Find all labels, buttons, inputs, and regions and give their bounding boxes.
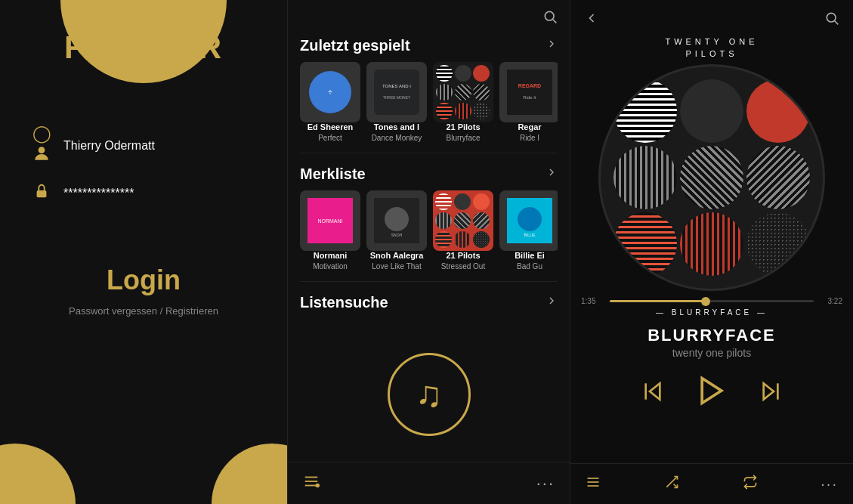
album-cover-blurryface [433, 62, 493, 122]
album-artist: Love Like That [366, 262, 427, 271]
list-item[interactable]: REGARDRide It Regar Ride I [499, 62, 558, 142]
progress-fill [610, 300, 706, 302]
blob-bottom-left [0, 444, 76, 504]
album-artist: Blurryface [433, 134, 493, 142]
album-cover-ed: ÷ [300, 62, 360, 122]
login-button-label[interactable]: Login [107, 264, 181, 296]
track-title: BLURRYFACE [647, 326, 776, 345]
login-button-container[interactable]: Login [107, 264, 181, 296]
svg-rect-9 [507, 70, 552, 115]
svg-text:TONES AND I: TONES AND I [382, 84, 411, 88]
album-cover-stressed [433, 190, 493, 251]
album-artist: Perfect [300, 134, 360, 142]
album-name: 21 Pilots [433, 251, 493, 260]
track-artist: twenty one pilots [672, 347, 751, 359]
watchlist-arrow[interactable] [545, 166, 558, 182]
disc-cell-2 [680, 79, 743, 143]
password-row: *************** [30, 183, 257, 204]
watchlist-header: Merkliste [300, 165, 558, 183]
disc-cell-6 [746, 146, 810, 209]
album-disc [598, 64, 825, 291]
svg-point-23 [316, 484, 319, 487]
search-icon[interactable] [542, 9, 558, 28]
list-bottom-bar: ··· [288, 462, 570, 504]
svg-point-24 [827, 13, 836, 22]
disc-cell-7 [613, 212, 677, 276]
watchlist-title: Merkliste [300, 165, 366, 183]
watchlist-section: Merkliste NORMANI Normani Motivation SNO… [288, 159, 570, 275]
album-label-text: — BLURRYFACE — [656, 308, 768, 317]
svg-point-0 [39, 147, 45, 153]
listensuche-arrow[interactable] [545, 295, 558, 311]
album-artist: Bad Gu [499, 262, 558, 271]
disc-cell-9 [746, 212, 810, 276]
list-icon[interactable] [303, 473, 320, 493]
password-value: *************** [63, 187, 134, 200]
svg-text:÷: ÷ [329, 88, 332, 96]
login-panel: exclusiv version FREEZER ◯ Thierry Oderm… [0, 0, 287, 504]
album-name: Billie Ei [499, 251, 558, 260]
band-line1: TWENTY ONE [665, 37, 758, 46]
svg-line-3 [553, 20, 557, 23]
watchlist-row: NORMANI Normani Motivation SNOH Snoh Aal… [300, 190, 558, 271]
band-name-area: TWENTY ONE PILOTS [665, 34, 758, 58]
album-artist: Ride I [499, 134, 558, 142]
username-value: Thierry Odermatt [63, 139, 155, 153]
svg-text:BILLIE: BILLIE [524, 233, 536, 237]
progress-knob[interactable] [701, 297, 710, 306]
play-button[interactable] [695, 374, 728, 412]
shuffle-icon[interactable] [664, 475, 679, 493]
progress-bar[interactable] [610, 300, 814, 302]
album-artist: Stressed Out [433, 262, 493, 271]
svg-point-2 [545, 11, 554, 20]
list-top-bar [288, 0, 570, 31]
recently-played-arrow[interactable] [545, 38, 558, 54]
player-bottom-bar: ··· [570, 463, 853, 504]
playback-controls [641, 374, 783, 412]
disc-grid [613, 79, 810, 276]
app-title: FREEZER [64, 32, 223, 63]
forgot-link[interactable]: Passwort vergessen / Registrieren [69, 305, 218, 317]
album-name: Snoh Aalegra [366, 251, 427, 260]
back-icon[interactable] [584, 11, 599, 29]
divider [300, 153, 558, 153]
svg-text:Ride It: Ride It [523, 95, 536, 100]
recently-played-row: ÷ Ed Sheeren Perfect TONES AND ITHREE MO… [300, 62, 558, 142]
svg-marker-29 [764, 383, 774, 399]
list-item[interactable]: BILLIE Billie Ei Bad Gu [499, 190, 558, 271]
svg-line-25 [835, 21, 839, 25]
prev-button[interactable] [641, 379, 665, 407]
divider2 [300, 281, 558, 282]
recently-played-section: Zuletzt gespielt ÷ Ed Sheeren Perfect TO… [288, 31, 570, 147]
repeat-icon[interactable] [743, 475, 758, 493]
more-options-icon[interactable]: ··· [536, 474, 555, 493]
logo-area: exclusiv version FREEZER [64, 23, 223, 63]
music-note-area: ♫ [288, 319, 570, 462]
blob-bottom-right [212, 444, 287, 504]
user-icon: ◯ [30, 124, 53, 168]
svg-rect-6 [374, 70, 419, 115]
player-more-icon[interactable]: ··· [821, 475, 838, 493]
player-list-icon[interactable] [586, 475, 601, 493]
listensuche-header[interactable]: Listensuche [300, 294, 558, 311]
list-item[interactable]: 21 Pilots Stressed Out [433, 190, 493, 271]
lock-icon [30, 183, 53, 204]
player-search-icon[interactable] [824, 11, 839, 29]
music-note-circle: ♫ [388, 353, 471, 436]
list-item[interactable]: 21 Pilots Blurryface [433, 62, 493, 142]
svg-text:NORMANI: NORMANI [317, 218, 342, 224]
list-item[interactable]: SNOH Snoh Aalegra Love Like That [366, 190, 427, 271]
list-panel: Zuletzt gespielt ÷ Ed Sheeren Perfect TO… [287, 0, 570, 504]
next-button[interactable] [759, 379, 783, 407]
list-item[interactable]: ÷ Ed Sheeren Perfect [300, 62, 360, 142]
recently-played-header: Zuletzt gespielt [300, 37, 558, 54]
recently-played-title: Zuletzt gespielt [300, 37, 410, 54]
disc-cell-4 [613, 146, 677, 209]
album-cover-snoh: SNOH [366, 190, 427, 251]
list-item[interactable]: TONES AND ITHREE MONEY Tones and I Dance… [366, 62, 427, 142]
svg-text:THREE MONEY: THREE MONEY [383, 95, 411, 100]
list-item[interactable]: NORMANI Normani Motivation [300, 190, 360, 271]
album-name: Tones and I [366, 122, 427, 131]
player-panel: TWENTY ONE PILOTS 1:35 3:22 — BLURRYFACE… [570, 0, 853, 504]
disc-cell-5 [680, 146, 743, 209]
